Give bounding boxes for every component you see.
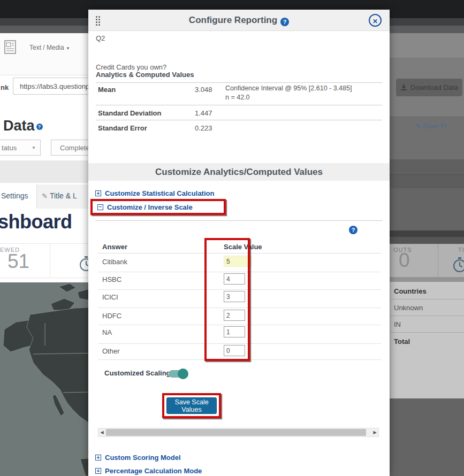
right-band (390, 237, 464, 244)
stat-value: 3.048 (195, 86, 212, 94)
row-divider (391, 332, 464, 333)
country-row: Unknown (394, 304, 423, 312)
link-label-fragment: nk (1, 83, 9, 91)
viewed-tile-value: 51 (7, 250, 29, 273)
stat-value: 0.223 (195, 124, 212, 132)
time-tile-label: TI (458, 247, 464, 253)
stopwatch-icon (453, 257, 464, 274)
status-dropdown-label: tatus (2, 144, 17, 152)
right-band (390, 159, 464, 175)
pencil-icon: ✎ (415, 122, 421, 130)
help-icon[interactable]: ? (36, 124, 43, 130)
save-scale-values-button[interactable]: Save Scale Values (166, 397, 217, 414)
answer-label: HSBC (102, 275, 121, 283)
pencil-icon: ✎ (42, 192, 48, 200)
answer-label: Citibank (102, 258, 127, 266)
chevron-down-icon: ▼ (66, 46, 70, 51)
modal-title: Configure Reporting? (88, 15, 390, 26)
screen: Text / Media ▼ nk https://labs3.question… (0, 0, 464, 476)
section-customize-inverse-scale[interactable]: − Customize / Inverse Scale (97, 203, 193, 211)
section-customize-statistical[interactable]: + Customize Statistical Calculation (95, 189, 214, 197)
countries-total-row: Total (394, 337, 410, 346)
row-divider (391, 316, 464, 316)
row-divider (96, 120, 382, 120)
horizontal-scrollbar[interactable]: ◀ ▶ (98, 428, 379, 437)
customized-scaling-label: Customized Scaling (104, 369, 171, 377)
stat-label: Mean (98, 86, 116, 94)
stat-note: Confidence Interval @ 95% [2.610 - 3.485… (225, 85, 352, 92)
help-icon[interactable]: ? (349, 226, 357, 234)
tile-divider (438, 244, 438, 277)
countries-header: Countries (394, 287, 427, 295)
customize-section-heading: Customize Analytics/Computed Values (88, 163, 390, 181)
expand-icon: + (95, 190, 101, 196)
right-band (390, 398, 464, 476)
row-divider (391, 299, 464, 300)
download-data-button[interactable]: Download Data (396, 79, 462, 96)
status-dropdown[interactable]: tatus ▼ (0, 140, 41, 156)
right-band (390, 33, 464, 58)
data-page-title: Data? (3, 118, 43, 134)
answer-label: HDFC (102, 312, 121, 320)
text-media-label: Text / Media (29, 44, 64, 51)
answer-label: Other (102, 347, 120, 355)
row-divider (96, 82, 382, 83)
chevron-down-icon: ▼ (32, 145, 36, 150)
right-band (390, 231, 464, 237)
scrollbar-thumb[interactable] (106, 429, 366, 436)
stat-note: n = 42.0 (225, 94, 250, 101)
tab-divider (36, 185, 37, 209)
close-icon[interactable]: ✕ (369, 14, 382, 27)
expand-icon: + (95, 468, 101, 474)
tab-title-logo[interactable]: ✎Title & L (42, 191, 77, 200)
save-link-fragment[interactable]: ✎Save Fi (415, 122, 446, 130)
tab-settings[interactable]: Settings (1, 191, 28, 200)
download-data-label: Download Data (410, 83, 458, 91)
help-icon[interactable]: ? (280, 18, 289, 26)
tile-divider (50, 243, 50, 277)
answer-label: NA (102, 328, 112, 336)
section-percentage-calculation-mode[interactable]: + Percentage Calculation Mode (95, 467, 202, 475)
right-band (390, 175, 464, 188)
divider (95, 220, 383, 221)
question-code: Q2 (96, 34, 105, 42)
answer-label: ICICI (102, 293, 118, 301)
annotation-box-inverse-scale: − Customize / Inverse Scale (90, 199, 226, 215)
section-band (0, 160, 88, 183)
download-icon (400, 84, 407, 91)
dashboard-heading-fragment: shboard (0, 211, 72, 233)
text-media-icon (4, 40, 16, 55)
scroll-right-icon[interactable]: ▶ (371, 428, 378, 436)
question-text: Credit Cards you own? (96, 63, 166, 71)
row-divider (96, 105, 382, 105)
analytics-stats-table: Mean 3.048 Confidence Interval @ 95% [2.… (96, 82, 382, 163)
right-band (390, 277, 464, 282)
analytics-heading: Analytics & Computed Values (96, 71, 194, 79)
customized-scaling-toggle[interactable] (169, 370, 187, 378)
annotation-box-scale-column (204, 238, 250, 361)
section-custom-scoring-model[interactable]: + Custom Scoring Model (95, 454, 181, 462)
right-band (390, 188, 464, 231)
answer-column-header: Answer (102, 243, 127, 251)
toggle-knob (178, 368, 188, 379)
dropouts-tile-value: 0 (399, 249, 410, 272)
configure-reporting-modal: Configure Reporting? ✕ Q2 Credit Cards y… (88, 10, 390, 476)
stat-label: Standard Error (98, 124, 147, 132)
collapse-icon: − (97, 204, 103, 210)
country-row: IN (394, 320, 401, 328)
expand-icon: + (95, 455, 101, 460)
stat-value: 1.447 (195, 109, 212, 117)
stat-label: Standard Deviation (98, 109, 161, 117)
scroll-left-icon[interactable]: ◀ (98, 428, 105, 436)
text-media-dropdown[interactable]: Text / Media ▼ (29, 44, 70, 51)
